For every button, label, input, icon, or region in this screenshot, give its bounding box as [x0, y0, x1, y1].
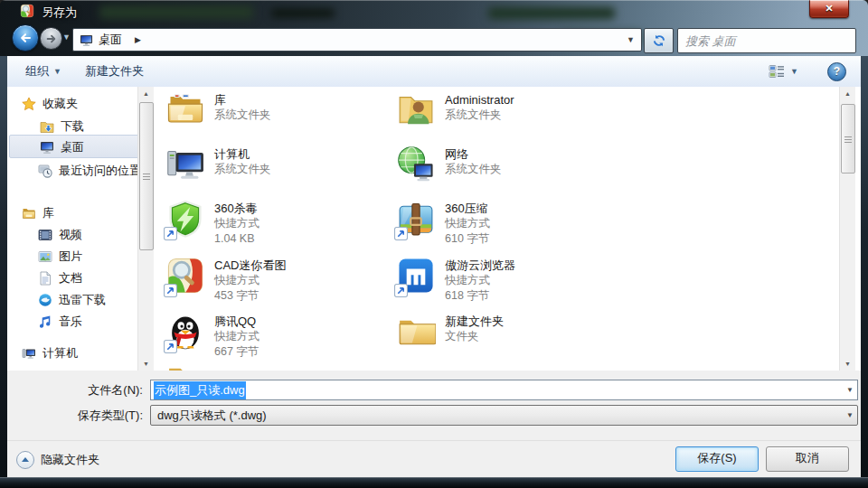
libraries-icon	[22, 206, 36, 221]
filename-input[interactable]: 示例图_只读.dwg ▼	[150, 380, 858, 400]
sidebar-item-label: 音乐	[59, 314, 82, 330]
change-view-button[interactable]: ▼	[763, 61, 804, 82]
computer-icon	[165, 145, 205, 184]
sidebar-item-label: 计算机	[42, 345, 78, 361]
organize-label: 组织	[25, 63, 49, 80]
sidebar-item-desktop[interactable]: 桌面	[40, 137, 84, 156]
save-fields: 文件名(N): 示例图_只读.dwg ▼ 保存类型(T): dwg只读格式 (*…	[7, 371, 861, 440]
computer-icon	[22, 346, 36, 361]
shortcut-arrow-icon	[164, 284, 177, 297]
shortcut-arrow-icon	[164, 340, 177, 353]
file-item-computer[interactable]: 计算机系统文件夹	[165, 145, 390, 184]
window-title: 另存为	[42, 5, 77, 21]
filename-value: 示例图_只读.dwg	[154, 381, 246, 399]
filetype-dropdown-icon[interactable]: ▼	[846, 411, 854, 419]
pictures-icon	[38, 249, 52, 264]
hide-folders-label: 隐藏文件夹	[41, 452, 99, 468]
file-item-administrator[interactable]: Administrator系统文件夹	[396, 90, 620, 130]
close-button[interactable]: ✕	[809, 0, 849, 18]
scrollbar-thumb[interactable]	[841, 104, 855, 174]
file-item-libraries[interactable]: 库系统文件夹	[165, 90, 390, 130]
sidebar-item-downloads[interactable]: 下载	[40, 117, 84, 136]
address-dropdown-icon[interactable]: ▼	[627, 35, 635, 44]
save-as-dialog: 另存为 ✕ ▼ 桌面 ▶ ▼ 组织 ▼	[0, 0, 868, 488]
breadcrumb[interactable]: 桌面	[99, 32, 122, 48]
arrow-left-icon	[18, 31, 33, 45]
scroll-down-arrow[interactable]: ▼	[840, 357, 855, 371]
shortcut-arrow-icon	[394, 227, 408, 240]
maxthon-icon	[396, 256, 436, 296]
documents-icon	[38, 271, 52, 286]
list-view-icon	[769, 64, 785, 79]
file-item-360-antivirus[interactable]: 360杀毒快捷方式1.04 KB	[165, 199, 390, 247]
new-folder-label: 新建文件夹	[85, 63, 144, 80]
address-bar[interactable]: 桌面 ▶ ▼	[72, 28, 642, 52]
download-folder-icon	[40, 119, 54, 134]
folder-icon	[396, 312, 436, 352]
filetype-select[interactable]: dwg只读格式 (*.dwg) ▼	[150, 405, 858, 426]
qq-penguin-icon	[165, 312, 205, 352]
green-shield-icon	[165, 199, 205, 239]
chevron-down-icon: ▼	[53, 67, 61, 76]
sidebar-item-label: 视频	[59, 227, 82, 243]
scrollbar-thumb[interactable]	[139, 102, 154, 250]
file-item-partial[interactable]	[165, 360, 390, 371]
thunder-icon	[38, 293, 52, 307]
breadcrumb-chevron-icon[interactable]: ▶	[135, 35, 141, 44]
desktop-icon	[80, 33, 93, 47]
sidebar-item-thunder-downloads[interactable]: 迅雷下载	[38, 290, 106, 309]
shortcut-arrow-icon	[164, 227, 177, 240]
desktop-icon	[40, 140, 54, 155]
arrow-right-icon	[45, 33, 58, 45]
sidebar-item-label: 图片	[59, 249, 82, 265]
sidebar-item-pictures[interactable]: 图片	[38, 247, 82, 266]
sidebar-item-favorites[interactable]: 收藏夹	[22, 94, 78, 113]
sidebar-item-recent-places[interactable]: 最近访问的位置	[38, 161, 141, 180]
filename-label: 文件名(N):	[7, 382, 150, 399]
organize-button[interactable]: 组织 ▼	[18, 61, 69, 81]
dialog-body: 组织 ▼ 新建文件夹 ▼ ? 收藏夹 下载	[7, 56, 861, 477]
filetype-label: 保存类型(T):	[7, 408, 150, 424]
forward-button[interactable]	[40, 27, 62, 50]
recent-pages-dropdown[interactable]: ▼	[62, 33, 71, 42]
scroll-down-arrow[interactable]: ▼	[138, 357, 154, 371]
save-button[interactable]: 保存(S)	[675, 446, 759, 472]
file-item-new-folder[interactable]: 新建文件夹文件夹	[396, 312, 620, 352]
sidebar-item-documents[interactable]: 文档	[38, 268, 82, 287]
videos-icon	[38, 228, 52, 242]
file-item-cad-viewer[interactable]: CAD迷你看图快捷方式453 字节	[165, 256, 390, 304]
filename-dropdown-icon[interactable]: ▼	[846, 386, 854, 394]
file-item-maxthon-browser[interactable]: 傲游云浏览器快捷方式618 字节	[396, 256, 620, 304]
scroll-up-arrow[interactable]: ▲	[138, 87, 154, 100]
search-box	[677, 28, 856, 53]
window-border-left	[0, 56, 7, 488]
title-bar[interactable]: 另存为 ✕	[0, 0, 868, 23]
refresh-icon	[653, 34, 665, 47]
filelist-scrollbar[interactable]: ▲ ▼	[839, 87, 855, 371]
command-toolbar: 组织 ▼ 新建文件夹 ▼ ?	[7, 56, 861, 88]
app-icon	[20, 4, 34, 18]
help-button[interactable]: ?	[827, 62, 846, 81]
folder-icon	[165, 360, 205, 371]
window-border-bottom	[0, 477, 868, 488]
back-button[interactable]	[12, 24, 39, 52]
sidebar-item-label: 文档	[59, 270, 82, 286]
sidebar-item-computer[interactable]: 计算机	[22, 343, 78, 362]
sidebar-item-videos[interactable]: 视频	[38, 225, 82, 244]
file-item-network[interactable]: 网络系统文件夹	[396, 145, 620, 184]
scroll-up-arrow[interactable]: ▲	[840, 87, 855, 100]
cancel-button[interactable]: 取消	[766, 446, 849, 472]
sidebar-item-music[interactable]: 音乐	[38, 312, 82, 331]
refresh-button[interactable]	[644, 28, 674, 53]
file-item-tencent-qq[interactable]: 腾讯QQ快捷方式667 字节	[165, 312, 390, 360]
search-input[interactable]	[678, 34, 850, 48]
sidebar-item-libraries[interactable]: 库	[22, 203, 54, 222]
hide-folders-button[interactable]: 隐藏文件夹	[16, 451, 99, 469]
file-item-360-zip[interactable]: 360压缩快捷方式610 字节	[396, 199, 620, 247]
sidebar-scrollbar[interactable]: ▲ ▼	[137, 87, 154, 371]
explorer-content: 收藏夹 下载 桌面 最近访问的位置 库 视频	[7, 87, 861, 371]
music-icon	[38, 314, 52, 329]
new-folder-button[interactable]: 新建文件夹	[78, 61, 151, 81]
star-icon	[22, 97, 36, 111]
cad-viewer-icon	[165, 256, 205, 296]
